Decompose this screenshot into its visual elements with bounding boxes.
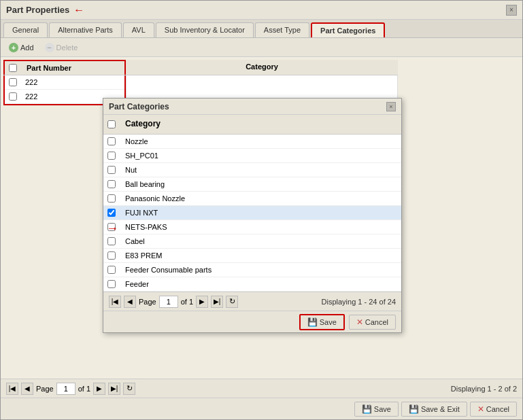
main-window: Part Properties ← × General Alternative … <box>0 0 523 420</box>
delete-label: Delete <box>56 43 78 52</box>
cancel-label: Cancel <box>486 405 509 413</box>
add-label: Add <box>20 43 34 52</box>
modal-next-page-button[interactable]: ▶ <box>196 296 208 308</box>
last-page-button[interactable]: ▶| <box>108 383 120 395</box>
add-button[interactable]: + Add <box>6 41 37 54</box>
cancel-button[interactable]: ✕ Cancel <box>470 402 517 417</box>
displaying-text: Displaying 1 - 2 of 2 <box>451 385 517 393</box>
feeder-label: Feeder <box>120 278 401 290</box>
modal-list-item: Ball bearing <box>103 177 401 192</box>
modal-category-header: Category <box>120 118 401 131</box>
panasonic-nozzle-label: Panasonic Nozzle <box>120 192 401 205</box>
modal-dialog: Part Categories × Category Nozzle <box>103 98 402 333</box>
feeder-checkbox[interactable] <box>107 280 116 288</box>
modal-list-item: NETS-PAKS <box>103 220 401 234</box>
prev-page-button[interactable]: ◀ <box>21 383 33 395</box>
row1-checkbox-cell <box>5 75 21 89</box>
ball-bearing-label: Ball bearing <box>120 178 401 190</box>
window-title: Part Properties <box>6 5 69 15</box>
save-exit-icon: 💾 <box>409 404 419 414</box>
modal-list-item-checked: FUJI NXT <box>103 206 401 220</box>
nut-checkbox[interactable] <box>107 166 116 174</box>
toolbar: + Add − Delete <box>1 38 522 57</box>
save-button[interactable]: 💾 Save <box>354 402 399 417</box>
title-bar: Part Properties ← × <box>1 1 522 20</box>
save-exit-button[interactable]: 💾 Save & Exit <box>401 402 467 417</box>
tab-alternative-parts[interactable]: Alternative Parts <box>49 22 122 37</box>
category-header-spacer: Category <box>126 60 398 75</box>
modal-list-item: Nozzle <box>103 135 401 149</box>
tabs-bar: General Alternative Parts AVL Sub Invent… <box>1 20 522 38</box>
header-checkbox[interactable] <box>9 64 17 72</box>
modal-first-page-button[interactable]: |◀ <box>109 296 121 308</box>
tab-asset-type[interactable]: Asset Type <box>255 22 309 37</box>
modal-header-checkbox[interactable] <box>107 120 116 128</box>
row1-part-number: 222 <box>21 76 124 88</box>
modal-close-button[interactable]: × <box>386 102 396 111</box>
main-action-buttons: 💾 Save 💾 Save & Exit ✕ Cancel <box>1 398 522 419</box>
fuji-nxt-label: FUJI NXT <box>120 207 401 219</box>
nozzle-label: Nozzle <box>120 135 401 147</box>
e83-prem-checkbox[interactable] <box>107 251 116 260</box>
cancel-icon: ✕ <box>356 317 363 327</box>
delete-button[interactable]: − Delete <box>42 41 81 54</box>
row1-checkbox[interactable] <box>9 78 17 86</box>
nut-label: Nut <box>120 164 401 176</box>
modal-save-label: Save <box>320 318 337 326</box>
modal-list-item: Panasonic Nozzle <box>103 192 401 206</box>
first-page-button[interactable]: |◀ <box>6 383 18 395</box>
modal-last-page-button[interactable]: ▶| <box>211 296 223 308</box>
nets-paks-label: NETS-PAKS <box>120 221 401 233</box>
page-input[interactable] <box>56 383 75 395</box>
tab-avl[interactable]: AVL <box>123 22 154 37</box>
modal-cancel-button[interactable]: ✕ Cancel <box>349 315 396 330</box>
of-label: of 1 <box>78 385 90 393</box>
modal-table-header: Category <box>103 115 401 135</box>
refresh-button[interactable]: ↻ <box>123 383 135 395</box>
feeder-consumable-label: Feeder Consumable parts <box>120 264 401 276</box>
save-label: Save <box>374 405 391 413</box>
feeder-consumable-checkbox[interactable] <box>107 266 116 274</box>
modal-list-item: Feeder <box>103 277 401 292</box>
window-close-button[interactable]: × <box>506 5 517 16</box>
add-icon: + <box>9 43 18 52</box>
cabel-checkbox[interactable] <box>107 237 116 245</box>
next-page-button[interactable]: ▶ <box>93 383 105 395</box>
fuji-nxt-arrow: → <box>106 222 118 236</box>
tab-part-categories[interactable]: Part Categories <box>311 22 385 37</box>
ball-bearing-checkbox[interactable] <box>107 180 116 188</box>
save-icon: 💾 <box>307 317 318 327</box>
modal-list-item: E83 PREM <box>103 249 401 263</box>
main-table-header: Part Number Category <box>3 60 398 75</box>
modal-header-checkbox-cell <box>103 118 120 131</box>
title-arrow-icon: ← <box>73 4 84 16</box>
save-icon: 💾 <box>362 404 372 414</box>
modal-cancel-label: Cancel <box>365 318 388 326</box>
modal-page-label: Page <box>139 298 156 306</box>
modal-bottom-bar: |◀ ◀ Page of 1 ▶ ▶| ↻ Displaying 1 - 24 … <box>103 292 401 311</box>
modal-list-item: Nut <box>103 163 401 177</box>
modal-list-item: Cabel <box>103 234 401 249</box>
table-row: 222 <box>5 75 124 90</box>
modal-list-item: Feeder Consumable parts <box>103 263 401 277</box>
modal-of-label: of 1 <box>181 298 193 306</box>
save-exit-label: Save & Exit <box>421 405 460 413</box>
row2-checkbox[interactable] <box>9 92 17 101</box>
modal-prev-page-button[interactable]: ◀ <box>124 296 136 308</box>
fuji-nxt-checkbox[interactable] <box>107 209 116 217</box>
e83-prem-label: E83 PREM <box>120 249 401 262</box>
modal-save-button[interactable]: 💾 Save <box>299 314 345 330</box>
part-number-header: Part Number <box>21 61 124 75</box>
modal-list-item: SH_PC01 <box>103 149 401 163</box>
modal-page-input[interactable] <box>159 296 178 308</box>
modal-refresh-button[interactable]: ↻ <box>226 296 238 308</box>
tab-general[interactable]: General <box>3 22 48 37</box>
nozzle-checkbox[interactable] <box>107 137 116 145</box>
delete-icon: − <box>45 43 54 52</box>
sh-pc01-checkbox[interactable] <box>107 152 116 160</box>
panasonic-nozzle-checkbox[interactable] <box>107 194 116 203</box>
modal-displaying-text: Displaying 1 - 24 of 24 <box>322 298 396 306</box>
modal-title-bar: Part Categories × <box>103 99 401 115</box>
tab-sub-inventory[interactable]: Sub Inventory & Locator <box>156 22 254 37</box>
main-bottom-bar: |◀ ◀ Page of 1 ▶ ▶| ↻ Displaying 1 - 2 o… <box>1 379 522 398</box>
